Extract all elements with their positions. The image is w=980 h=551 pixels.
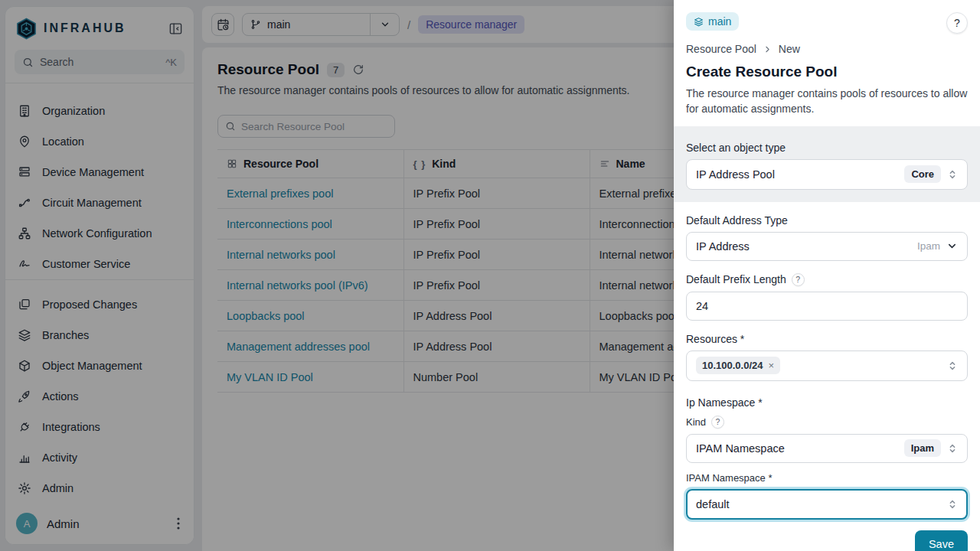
default-address-type-select[interactable]: IP Address Ipam — [686, 232, 968, 261]
chevron-updown-icon — [947, 360, 958, 372]
ip-namespace-label: Ip Namespace * — [686, 396, 968, 409]
ipam-badge: Ipam — [904, 439, 941, 457]
object-type-section: Select an object type IP Address Pool Co… — [674, 126, 980, 202]
drawer-form: Default Address Type IP Address Ipam Def… — [674, 202, 980, 520]
ipam-namespace-select[interactable]: default — [686, 489, 968, 520]
save-button[interactable]: Save — [915, 530, 968, 551]
breadcrumb-resource-pool[interactable]: Resource Pool — [686, 43, 756, 55]
drawer-breadcrumb: Resource Pool New — [686, 43, 968, 55]
kind-select[interactable]: IPAM Namespace Ipam — [686, 434, 968, 463]
chevron-updown-icon — [947, 168, 958, 181]
kind-label: Kind ? — [686, 416, 968, 429]
chevron-right-icon — [763, 44, 773, 54]
kind-hint: Ipam — [917, 240, 940, 252]
drawer-header: main ? Resource Pool New Create Resource… — [674, 0, 980, 126]
object-type-label: Select an object type — [686, 142, 968, 154]
create-resource-pool-drawer: main ? Resource Pool New Create Resource… — [674, 0, 980, 551]
drawer-description: The resource manager contains pools of r… — [686, 86, 968, 117]
resources-label: Resources * — [686, 333, 968, 345]
help-icon[interactable]: ? — [792, 273, 805, 286]
default-address-type-label: Default Address Type — [686, 214, 968, 227]
breadcrumb-new: New — [779, 43, 800, 55]
chevron-down-icon — [946, 240, 958, 252]
default-prefix-length-input[interactable] — [686, 292, 968, 321]
drawer-title: Create Resource Pool — [686, 64, 968, 80]
branch-badge: main — [686, 12, 739, 31]
layers-icon — [694, 17, 704, 27]
chevron-updown-icon — [947, 498, 958, 510]
ipam-namespace-label: IPAM Namespace * — [686, 472, 968, 484]
default-prefix-length-label: Default Prefix Length ? — [686, 273, 968, 286]
drawer-footer: Save — [674, 520, 980, 551]
remove-chip-icon[interactable]: × — [769, 360, 775, 371]
resources-multiselect[interactable]: 10.100.0.0/24 × — [686, 350, 968, 381]
help-button[interactable]: ? — [946, 12, 968, 34]
resource-chip: 10.100.0.0/24 × — [696, 357, 780, 374]
help-icon[interactable]: ? — [711, 416, 724, 429]
chevron-updown-icon — [947, 442, 958, 455]
object-type-select[interactable]: IP Address Pool Core — [686, 159, 968, 190]
core-badge: Core — [904, 165, 941, 183]
